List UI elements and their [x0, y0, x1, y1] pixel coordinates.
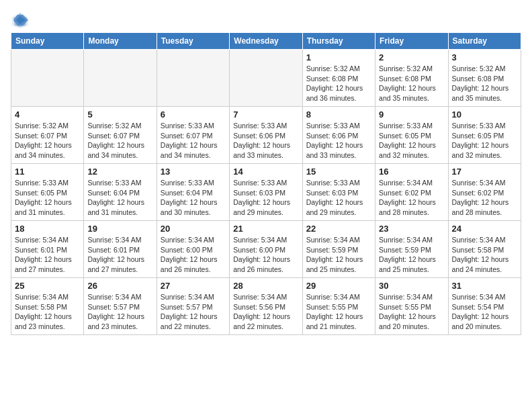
- day-number: 26: [87, 281, 152, 291]
- column-header-wednesday: Wednesday: [230, 33, 302, 50]
- calendar-cell: 21Sunrise: 5:34 AM Sunset: 6:00 PM Dayli…: [230, 221, 302, 278]
- calendar-cell: 14Sunrise: 5:33 AM Sunset: 6:03 PM Dayli…: [230, 164, 302, 221]
- day-number: 24: [452, 224, 517, 234]
- calendar-cell: 30Sunrise: 5:34 AM Sunset: 5:55 PM Dayli…: [375, 278, 448, 335]
- calendar-cell: 15Sunrise: 5:33 AM Sunset: 6:03 PM Dayli…: [302, 164, 375, 221]
- week-row-2: 4Sunrise: 5:32 AM Sunset: 6:07 PM Daylig…: [11, 107, 521, 164]
- day-number: 3: [452, 52, 517, 62]
- calendar-cell: 11Sunrise: 5:33 AM Sunset: 6:05 PM Dayli…: [11, 164, 84, 221]
- day-number: 12: [87, 167, 152, 177]
- day-info: Sunrise: 5:34 AM Sunset: 5:55 PM Dayligh…: [379, 292, 444, 332]
- day-info: Sunrise: 5:32 AM Sunset: 6:08 PM Dayligh…: [452, 64, 517, 103]
- column-header-tuesday: Tuesday: [157, 33, 229, 50]
- day-info: Sunrise: 5:34 AM Sunset: 5:58 PM Dayligh…: [15, 292, 80, 332]
- day-number: 20: [161, 224, 226, 234]
- calendar-cell: 9Sunrise: 5:33 AM Sunset: 6:05 PM Daylig…: [375, 107, 448, 164]
- day-number: 30: [379, 281, 444, 291]
- day-info: Sunrise: 5:33 AM Sunset: 6:05 PM Dayligh…: [15, 178, 80, 218]
- day-number: 4: [15, 109, 80, 120]
- calendar-cell: 5Sunrise: 5:32 AM Sunset: 6:07 PM Daylig…: [84, 107, 157, 164]
- day-number: 6: [161, 109, 226, 120]
- day-number: 9: [379, 109, 444, 120]
- day-info: Sunrise: 5:33 AM Sunset: 6:05 PM Dayligh…: [452, 121, 517, 161]
- day-info: Sunrise: 5:33 AM Sunset: 6:04 PM Dayligh…: [87, 178, 152, 218]
- day-info: Sunrise: 5:34 AM Sunset: 6:00 PM Dayligh…: [161, 235, 226, 275]
- day-number: 11: [15, 167, 80, 177]
- day-number: 16: [379, 167, 444, 177]
- day-info: Sunrise: 5:32 AM Sunset: 6:07 PM Dayligh…: [87, 121, 152, 161]
- calendar-cell: 26Sunrise: 5:34 AM Sunset: 5:57 PM Dayli…: [84, 278, 157, 335]
- calendar-cell: 13Sunrise: 5:33 AM Sunset: 6:04 PM Dayli…: [157, 164, 229, 221]
- day-info: Sunrise: 5:34 AM Sunset: 5:57 PM Dayligh…: [87, 292, 152, 332]
- calendar-cell: 18Sunrise: 5:34 AM Sunset: 6:01 PM Dayli…: [11, 221, 84, 278]
- day-info: Sunrise: 5:34 AM Sunset: 6:01 PM Dayligh…: [15, 235, 80, 275]
- calendar-cell: 7Sunrise: 5:33 AM Sunset: 6:06 PM Daylig…: [230, 107, 302, 164]
- calendar-cell: 28Sunrise: 5:34 AM Sunset: 5:56 PM Dayli…: [230, 278, 302, 335]
- day-number: 17: [452, 167, 517, 177]
- week-row-3: 11Sunrise: 5:33 AM Sunset: 6:05 PM Dayli…: [11, 164, 521, 221]
- day-number: 23: [379, 224, 444, 234]
- day-info: Sunrise: 5:34 AM Sunset: 6:02 PM Dayligh…: [452, 178, 517, 218]
- day-number: 1: [306, 52, 371, 62]
- calendar-cell: [157, 50, 229, 107]
- calendar-cell: 6Sunrise: 5:33 AM Sunset: 6:07 PM Daylig…: [157, 107, 229, 164]
- week-row-1: 1Sunrise: 5:32 AM Sunset: 6:08 PM Daylig…: [11, 50, 521, 107]
- calendar-cell: [11, 50, 84, 107]
- day-info: Sunrise: 5:33 AM Sunset: 6:06 PM Dayligh…: [306, 121, 371, 161]
- day-number: 31: [452, 281, 517, 291]
- day-number: 27: [161, 281, 226, 291]
- column-header-thursday: Thursday: [302, 33, 375, 50]
- day-number: 2: [379, 52, 444, 62]
- day-info: Sunrise: 5:33 AM Sunset: 6:07 PM Dayligh…: [161, 121, 226, 161]
- calendar-cell: 25Sunrise: 5:34 AM Sunset: 5:58 PM Dayli…: [11, 278, 84, 335]
- calendar-cell: 24Sunrise: 5:34 AM Sunset: 5:58 PM Dayli…: [448, 221, 521, 278]
- day-info: Sunrise: 5:34 AM Sunset: 5:57 PM Dayligh…: [161, 292, 226, 332]
- calendar-cell: [230, 50, 302, 107]
- day-info: Sunrise: 5:33 AM Sunset: 6:06 PM Dayligh…: [233, 121, 298, 161]
- calendar-cell: 8Sunrise: 5:33 AM Sunset: 6:06 PM Daylig…: [302, 107, 375, 164]
- calendar-header-row: SundayMondayTuesdayWednesdayThursdayFrid…: [11, 33, 521, 50]
- day-info: Sunrise: 5:33 AM Sunset: 6:05 PM Dayligh…: [379, 121, 444, 161]
- column-header-sunday: Sunday: [11, 33, 84, 50]
- week-row-5: 25Sunrise: 5:34 AM Sunset: 5:58 PM Dayli…: [11, 278, 521, 335]
- day-info: Sunrise: 5:34 AM Sunset: 5:55 PM Dayligh…: [306, 292, 371, 332]
- calendar-cell: [84, 50, 157, 107]
- logo-icon: [11, 11, 30, 30]
- day-info: Sunrise: 5:34 AM Sunset: 5:54 PM Dayligh…: [452, 292, 517, 332]
- header: [11, 11, 521, 30]
- calendar-cell: 20Sunrise: 5:34 AM Sunset: 6:00 PM Dayli…: [157, 221, 229, 278]
- day-number: 14: [233, 167, 298, 177]
- day-number: 13: [161, 167, 226, 177]
- calendar-cell: 31Sunrise: 5:34 AM Sunset: 5:54 PM Dayli…: [448, 278, 521, 335]
- day-info: Sunrise: 5:34 AM Sunset: 5:59 PM Dayligh…: [379, 235, 444, 275]
- day-info: Sunrise: 5:33 AM Sunset: 6:04 PM Dayligh…: [161, 178, 226, 218]
- day-number: 15: [306, 167, 371, 177]
- day-info: Sunrise: 5:34 AM Sunset: 6:01 PM Dayligh…: [87, 235, 152, 275]
- column-header-monday: Monday: [84, 33, 157, 50]
- day-info: Sunrise: 5:32 AM Sunset: 6:07 PM Dayligh…: [15, 121, 80, 161]
- day-number: 18: [15, 224, 80, 234]
- calendar-cell: 12Sunrise: 5:33 AM Sunset: 6:04 PM Dayli…: [84, 164, 157, 221]
- calendar-cell: 17Sunrise: 5:34 AM Sunset: 6:02 PM Dayli…: [448, 164, 521, 221]
- day-number: 7: [233, 109, 298, 120]
- day-number: 19: [87, 224, 152, 234]
- day-info: Sunrise: 5:34 AM Sunset: 5:58 PM Dayligh…: [452, 235, 517, 275]
- day-info: Sunrise: 5:34 AM Sunset: 6:00 PM Dayligh…: [233, 235, 298, 275]
- calendar-cell: 29Sunrise: 5:34 AM Sunset: 5:55 PM Dayli…: [302, 278, 375, 335]
- calendar-cell: 19Sunrise: 5:34 AM Sunset: 6:01 PM Dayli…: [84, 221, 157, 278]
- day-info: Sunrise: 5:33 AM Sunset: 6:03 PM Dayligh…: [233, 178, 298, 218]
- calendar-cell: 2Sunrise: 5:32 AM Sunset: 6:08 PM Daylig…: [375, 50, 448, 107]
- day-info: Sunrise: 5:34 AM Sunset: 6:02 PM Dayligh…: [379, 178, 444, 218]
- day-info: Sunrise: 5:34 AM Sunset: 5:59 PM Dayligh…: [306, 235, 371, 275]
- day-number: 22: [306, 224, 371, 234]
- day-info: Sunrise: 5:32 AM Sunset: 6:08 PM Dayligh…: [306, 64, 371, 103]
- day-number: 28: [233, 281, 298, 291]
- calendar-cell: 16Sunrise: 5:34 AM Sunset: 6:02 PM Dayli…: [375, 164, 448, 221]
- day-info: Sunrise: 5:34 AM Sunset: 5:56 PM Dayligh…: [233, 292, 298, 332]
- calendar-cell: 22Sunrise: 5:34 AM Sunset: 5:59 PM Dayli…: [302, 221, 375, 278]
- calendar-cell: 10Sunrise: 5:33 AM Sunset: 6:05 PM Dayli…: [448, 107, 521, 164]
- calendar-cell: 3Sunrise: 5:32 AM Sunset: 6:08 PM Daylig…: [448, 50, 521, 107]
- day-number: 29: [306, 281, 371, 291]
- logo: [11, 11, 32, 30]
- day-number: 10: [452, 109, 517, 120]
